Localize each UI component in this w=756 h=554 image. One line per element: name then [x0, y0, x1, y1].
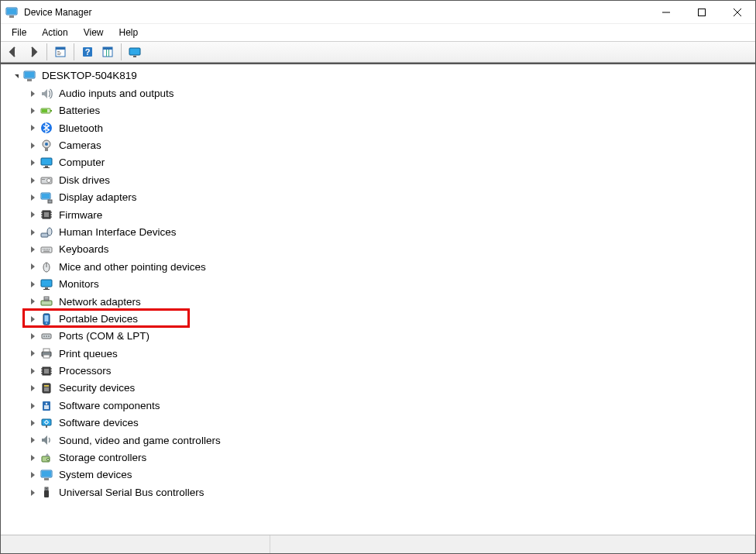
tree-item-label: Monitors: [57, 278, 101, 291]
cpu-icon: [40, 364, 53, 378]
tree-item-storage[interactable]: Storage controllers: [5, 449, 755, 466]
chip-icon: [40, 208, 53, 222]
tree-item-securitydev[interactable]: Security devices: [5, 380, 755, 397]
expand-toggle-icon[interactable]: [27, 487, 38, 498]
toolbar-properties-button[interactable]: [51, 43, 70, 61]
expand-toggle-icon[interactable]: [27, 296, 38, 307]
tree-item-processors[interactable]: Processors: [5, 363, 755, 380]
menu-action[interactable]: Action: [36, 26, 74, 40]
app-icon: [5, 6, 18, 19]
expand-toggle-icon[interactable]: [27, 331, 38, 342]
expand-toggle-icon[interactable]: [27, 244, 38, 255]
tree-root[interactable]: DESKTOP-504K819: [5, 67, 755, 84]
tree-item-firmware[interactable]: Firmware: [5, 206, 755, 223]
toolbar-help-button[interactable]: [78, 43, 97, 61]
software-comp-icon: [40, 399, 53, 413]
toolbar-scan-button[interactable]: [98, 43, 117, 61]
tree-item-display[interactable]: Display adapters: [5, 189, 755, 206]
monitor-icon: [40, 277, 53, 291]
menu-help[interactable]: Help: [113, 26, 145, 40]
expand-toggle-icon[interactable]: [27, 366, 38, 377]
expand-toggle-icon[interactable]: [27, 314, 38, 325]
tree-item-label: Portable Devices: [57, 313, 139, 325]
tree-item-ports[interactable]: Ports (COM & LPT): [5, 328, 755, 345]
tree-item-keyboards[interactable]: Keyboards: [5, 241, 755, 258]
expand-toggle-icon[interactable]: [27, 209, 38, 220]
expand-toggle-icon[interactable]: [27, 192, 38, 203]
expand-toggle-icon[interactable]: [27, 452, 38, 463]
camera-icon: [40, 139, 53, 153]
svg-rect-85: [699, 9, 706, 15]
tree-item-printq[interactable]: Print queues: [5, 345, 755, 362]
security-icon: [40, 381, 53, 395]
status-bar: [1, 535, 755, 553]
tree-item-cameras[interactable]: Cameras: [5, 137, 755, 154]
expand-toggle-icon[interactable]: [27, 470, 38, 480]
menu-file[interactable]: File: [5, 26, 33, 40]
expand-toggle-icon[interactable]: [27, 140, 38, 151]
tree-item-softdev[interactable]: Software devices: [5, 415, 755, 432]
tree-item-system[interactable]: System devices: [5, 466, 755, 483]
tree-item-computer[interactable]: Computer: [5, 154, 755, 171]
speaker-icon: [40, 87, 53, 101]
tree-item-audio[interactable]: Audio inputs and outputs: [5, 84, 755, 102]
expand-toggle-icon[interactable]: [27, 418, 38, 428]
window-title: Device Manager: [22, 7, 91, 18]
toolbar-forward-button[interactable]: [24, 43, 43, 61]
expand-toggle-icon[interactable]: [27, 175, 38, 186]
tree-item-usb[interactable]: Universal Serial Bus controllers: [5, 483, 755, 501]
tree-item-label: Storage controllers: [57, 452, 148, 464]
expand-toggle-icon[interactable]: [27, 261, 38, 272]
menu-view[interactable]: View: [77, 26, 110, 40]
expand-toggle-icon[interactable]: [27, 435, 38, 446]
tree-item-bluetooth[interactable]: Bluetooth: [5, 119, 755, 136]
device-tree[interactable]: DESKTOP-504K819Audio inputs and outputsB…: [1, 64, 755, 535]
system-icon: [40, 468, 53, 482]
tree-item-softcomp[interactable]: Software components: [5, 397, 755, 414]
keyboard-icon: [40, 243, 53, 256]
toolbar: [1, 41, 755, 63]
toolbar-back-button[interactable]: [4, 43, 22, 61]
hid-icon: [40, 225, 53, 239]
portable-icon: [40, 312, 53, 326]
display-adapter-icon: [40, 191, 53, 205]
expand-toggle-icon[interactable]: [27, 105, 38, 116]
maximize-button[interactable]: [684, 1, 720, 23]
expand-toggle-icon[interactable]: [27, 383, 38, 394]
menubar: File Action View Help: [1, 24, 755, 41]
tree-item-label: Mice and other pointing devices: [57, 261, 208, 274]
tree-item-disk[interactable]: Disk drives: [5, 171, 755, 188]
expand-toggle-icon[interactable]: [27, 348, 38, 359]
expand-toggle-icon[interactable]: [27, 157, 38, 168]
expand-toggle-icon[interactable]: [27, 122, 38, 133]
battery-icon: [40, 104, 53, 118]
tree-item-portable[interactable]: Portable Devices: [5, 310, 755, 327]
expand-toggle-icon[interactable]: [27, 88, 38, 99]
tree-item-monitors[interactable]: Monitors: [5, 276, 755, 293]
tree-item-label: System devices: [57, 469, 134, 481]
tree-item-label: Sound, video and game controllers: [57, 435, 222, 447]
bluetooth-icon: [40, 121, 53, 135]
minimize-button[interactable]: [648, 1, 684, 23]
tree-item-batteries[interactable]: Batteries: [5, 102, 755, 119]
tree-item-label: Display adapters: [57, 191, 139, 204]
printer-icon: [40, 346, 53, 360]
tree-item-hid[interactable]: Human Interface Devices: [5, 224, 755, 241]
tree-item-network[interactable]: Network adapters: [5, 293, 755, 310]
expand-toggle-icon[interactable]: [27, 227, 38, 238]
tree-item-label: Batteries: [57, 105, 101, 117]
toolbar-view-button[interactable]: [125, 43, 144, 61]
close-button[interactable]: [720, 1, 755, 23]
window-controls: [648, 1, 755, 23]
computer-icon: [22, 69, 36, 83]
tree-item-label: Software components: [57, 400, 162, 412]
tree-item-label: Processors: [57, 365, 113, 377]
expand-toggle-icon[interactable]: [27, 401, 38, 411]
expand-toggle-icon[interactable]: [10, 71, 21, 81]
tree-item-sound[interactable]: Sound, video and game controllers: [5, 432, 755, 449]
expand-toggle-icon[interactable]: [27, 279, 38, 290]
tree-item-label: Keyboards: [57, 243, 111, 256]
tree-item-label: Audio inputs and outputs: [57, 88, 176, 100]
tree-item-label: Human Interface Devices: [57, 226, 178, 239]
tree-item-mice[interactable]: Mice and other pointing devices: [5, 258, 755, 275]
